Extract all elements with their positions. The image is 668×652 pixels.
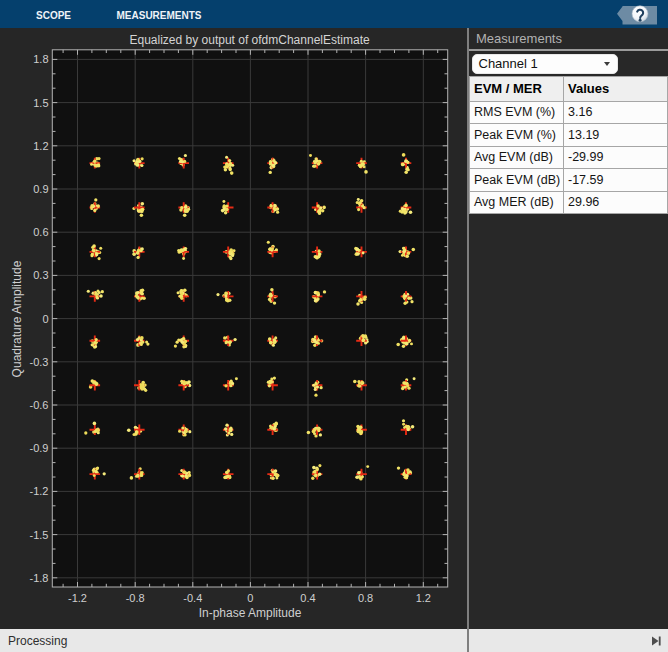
svg-text:-1.2: -1.2	[68, 592, 87, 604]
svg-text:1.2: 1.2	[416, 592, 431, 604]
svg-text:-0.6: -0.6	[30, 399, 49, 411]
svg-text:0: 0	[247, 592, 253, 604]
svg-text:-1.5: -1.5	[30, 529, 49, 541]
svg-text:Quadrature Amplitude: Quadrature Amplitude	[10, 260, 24, 377]
svg-text:-0.8: -0.8	[126, 592, 145, 604]
svg-text:1.2: 1.2	[33, 140, 48, 152]
svg-text:1.8: 1.8	[33, 53, 48, 65]
svg-text:1.5: 1.5	[33, 97, 48, 109]
svg-text:0.4: 0.4	[300, 592, 315, 604]
svg-text:-0.9: -0.9	[30, 442, 49, 454]
svg-text:0.9: 0.9	[33, 183, 48, 195]
svg-text:0.6: 0.6	[33, 226, 48, 238]
svg-text:0.8: 0.8	[358, 592, 373, 604]
svg-text:Equalized by output of ofdmCha: Equalized by output of ofdmChannelEstima…	[130, 33, 370, 47]
svg-text:0.3: 0.3	[33, 269, 48, 281]
svg-text:-1.2: -1.2	[30, 485, 49, 497]
svg-text:-0.3: -0.3	[30, 356, 49, 368]
svg-text:-0.4: -0.4	[183, 592, 202, 604]
svg-text:-1.8: -1.8	[30, 572, 49, 584]
svg-text:0: 0	[42, 313, 48, 325]
svg-text:In-phase Amplitude: In-phase Amplitude	[199, 606, 302, 620]
